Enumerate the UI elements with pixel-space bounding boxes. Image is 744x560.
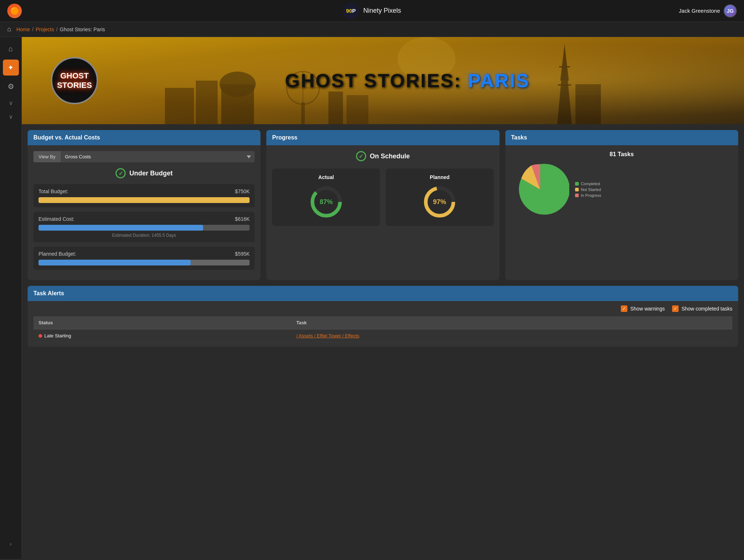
total-budget-row: Total Budget: $750K: [33, 184, 255, 207]
breadcrumb-bar: ⌂ Home / Projects / Ghost Stories: Paris: [0, 22, 744, 37]
task-alerts-card: Task Alerts ✓ Show warnings ✓ Show compl…: [28, 286, 738, 347]
under-budget-status: ✓ Under Budget: [33, 168, 255, 178]
total-budget-bar-bg: [39, 197, 250, 203]
svg-rect-7: [301, 102, 305, 124]
show-completed-label[interactable]: ✓ Show completed tasks: [672, 305, 732, 312]
actual-label: Actual: [318, 174, 334, 180]
on-schedule-check-icon: ✓: [356, 151, 366, 161]
planned-progress-wrap: Planned 97%: [386, 169, 494, 226]
svg-rect-0: [165, 88, 194, 124]
main-layout: ⌂ ✦ ⚙ ∨ ∨ ›: [0, 37, 744, 559]
pie-legend: Completed Not Started In Progress: [575, 182, 601, 198]
actual-progress-wrap: Actual 87%: [272, 169, 380, 226]
col-task: Task: [291, 316, 732, 329]
sidebar-expand-1[interactable]: ∨: [3, 97, 19, 108]
app-logo[interactable]: 🟠: [7, 4, 22, 18]
budget-status-text: Under Budget: [129, 170, 173, 177]
legend-label-completed: Completed: [581, 182, 600, 186]
budget-card-header: Budget vs. Actual Costs: [28, 130, 260, 145]
planned-budget-header: Planned Budget: $595K: [39, 251, 250, 257]
estimated-cost-bar-bg: [39, 225, 250, 231]
task-alerts-body: ✓ Show warnings ✓ Show completed tasks S…: [28, 301, 738, 347]
hero-logo-text: GHOST STORIES: [57, 71, 92, 90]
hero-title-blue: PARIS: [462, 70, 530, 91]
check-icon: ✓: [116, 168, 126, 178]
total-budget-bar-fill: [39, 197, 250, 203]
planned-label: Planned: [430, 174, 449, 180]
tasks-card: Tasks 81 Tasks: [505, 130, 738, 280]
show-warnings-checkbox[interactable]: ✓: [621, 305, 627, 312]
brand-name: Ninety Pixels: [363, 7, 401, 15]
hero-logo-line2: STORIES: [57, 81, 92, 90]
user-name: Jack Greenstone: [679, 8, 720, 14]
legend-dot-not-started: [575, 188, 579, 191]
svg-rect-13: [558, 84, 571, 86]
progress-card-header: Progress: [266, 130, 499, 145]
task-link[interactable]: / Assets / Effiel Tower / Effects: [296, 333, 359, 338]
sidebar-item-home[interactable]: ⌂: [3, 41, 19, 57]
tasks-card-body: 81 Tasks: [505, 145, 738, 224]
tasks-pie-svg: [511, 161, 569, 219]
sidebar-collapse-button[interactable]: ›: [3, 539, 19, 549]
sidebar-item-network[interactable]: ✦: [3, 60, 19, 76]
home-icon[interactable]: ⌂: [7, 25, 11, 33]
main-content: GHOST STORIES GHOST STORIES: PARIS Budge…: [22, 37, 744, 559]
progress-circles: Actual 87% Planned: [272, 169, 493, 226]
row-task-cell: / Assets / Effiel Tower / Effects: [291, 329, 732, 342]
legend-completed: Completed: [575, 182, 601, 186]
budget-card: Budget vs. Actual Costs View By Gross Co…: [28, 130, 260, 280]
svg-text:97%: 97%: [433, 198, 446, 206]
task-alerts-header: Task Alerts: [28, 286, 738, 301]
on-schedule-status: ✓ On Schedule: [272, 151, 493, 161]
svg-marker-11: [560, 44, 569, 81]
dashboard-grid: Budget vs. Actual Costs View By Gross Co…: [22, 124, 744, 286]
tasks-card-header: Tasks: [505, 130, 738, 145]
estimated-cost-label: Estimated Cost:: [39, 216, 74, 222]
legend-not-started: Not Started: [575, 187, 601, 192]
breadcrumb-projects-link[interactable]: Projects: [36, 27, 54, 32]
show-completed-checkbox[interactable]: ✓: [672, 305, 679, 312]
hero-logo: GHOST STORIES: [51, 57, 98, 104]
show-warnings-text: Show warnings: [630, 306, 665, 312]
user-avatar[interactable]: JG: [724, 4, 737, 17]
view-by-select[interactable]: Gross Costs Net Costs: [61, 151, 255, 162]
sidebar-item-settings[interactable]: ⚙: [3, 78, 19, 94]
breadcrumb-sep-2: /: [56, 27, 58, 32]
show-warnings-label[interactable]: ✓ Show warnings: [621, 305, 665, 312]
badge-yellow: 90: [346, 8, 352, 14]
user-area: Jack Greenstone JG: [679, 4, 737, 17]
breadcrumb-home-link[interactable]: Home: [16, 27, 30, 32]
on-schedule-text: On Schedule: [370, 153, 410, 160]
sidebar-expand-2[interactable]: ∨: [3, 111, 19, 122]
tasks-pie-area: Completed Not Started In Progress: [511, 161, 732, 219]
planned-donut-svg: 97%: [421, 184, 458, 220]
hero-title: GHOST STORIES: PARIS: [285, 70, 530, 92]
planned-budget-row: Planned Budget: $595K: [33, 247, 255, 270]
estimated-cost-value: $616K: [235, 216, 250, 222]
col-status: Status: [33, 316, 291, 329]
view-by-label: View By: [33, 151, 61, 162]
task-alerts-section: Task Alerts ✓ Show warnings ✓ Show compl…: [28, 286, 738, 347]
table-row: Late Starting / Assets / Effiel Tower / …: [33, 329, 732, 342]
planned-budget-bar-bg: [39, 260, 250, 265]
app-brand: 90P Ninety Pixels: [343, 3, 401, 19]
total-budget-label: Total Budget:: [39, 188, 68, 194]
total-budget-header: Total Budget: $750K: [39, 188, 250, 194]
svg-rect-9: [347, 95, 368, 124]
badge-white: P: [352, 8, 356, 14]
legend-dot-completed: [575, 182, 579, 186]
svg-rect-12: [559, 66, 570, 68]
sidebar: ⌂ ✦ ⚙ ∨ ∨ ›: [0, 37, 22, 559]
top-nav: 🟠 90P Ninety Pixels Jack Greenstone JG: [0, 0, 744, 22]
hero-logo-line1: GHOST: [57, 71, 92, 81]
planned-budget-value: $595K: [235, 251, 250, 257]
legend-in-progress: In Progress: [575, 193, 601, 198]
view-by-row: View By Gross Costs Net Costs: [33, 151, 255, 162]
planned-budget-bar-blue: [39, 260, 191, 265]
progress-card-body: ✓ On Schedule Actual 87%: [266, 145, 499, 232]
svg-text:87%: 87%: [320, 198, 333, 206]
legend-label-not-started: Not Started: [581, 187, 601, 192]
estimated-duration: Estimated Duration: 1455.5 Days: [39, 233, 250, 238]
tasks-count: 81 Tasks: [511, 151, 732, 158]
estimated-cost-header: Estimated Cost: $616K: [39, 216, 250, 222]
